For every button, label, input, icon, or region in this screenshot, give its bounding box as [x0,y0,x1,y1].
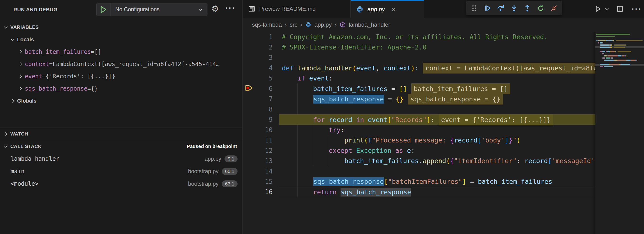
code-line[interactable]: # Copyright Amazon.com, Inc. or its affi… [279,32,596,42]
breadcrumb-item[interactable]: src [290,21,298,28]
more-actions-icon[interactable]: ··· [632,4,642,13]
run-dropdown-chevron-icon[interactable] [606,8,608,10]
call-stack-header[interactable]: CALL STACK Paused on breakpoint [0,140,242,153]
code-line[interactable]: if event: [279,73,596,83]
stack-frame-row[interactable]: <module>bootstrap.py63:1 [0,178,242,190]
code-token: . [419,157,422,165]
split-editor-button[interactable] [616,5,624,12]
code-line[interactable] [279,166,596,176]
line-number[interactable]: 2 [243,42,279,52]
code-line[interactable]: except Exception as e: [279,145,596,156]
close-icon[interactable]: × [392,5,396,13]
run-python-file-button[interactable] [594,5,602,12]
code-token: event [368,116,388,123]
globals-group[interactable]: Globals [0,95,242,107]
code-line[interactable]: batch_item_failures = []batch_item_failu… [279,83,596,94]
gutter[interactable]: 12345678910111213141516 [243,32,279,219]
code-token: except [329,147,352,154]
restart-button[interactable] [536,3,546,13]
code-token: in [356,116,364,123]
line-number[interactable]: 9 [243,114,279,125]
variable-row[interactable]: context = LambdaContext([aws_request_id=… [0,58,242,70]
line-number[interactable]: 15 [243,176,279,187]
debug-toolbar [466,1,562,15]
debug-config-label: No Configurations [110,6,199,13]
line-number[interactable]: 16 [243,187,279,197]
step-out-button[interactable] [522,3,532,13]
minimap-line [600,66,603,67]
variable-row[interactable]: batch_item_failures = [] [0,46,242,58]
line-number[interactable]: 14 [243,166,279,176]
line-number[interactable]: 1 [243,32,279,42]
tab-label: Preview README.md [259,5,316,12]
breadcrumb-item[interactable]: app.py [314,21,332,28]
line-number[interactable]: 11 [243,135,279,145]
line-number[interactable]: 10 [243,125,279,135]
locals-group[interactable]: Locals [0,33,242,46]
stack-frame-row[interactable]: mainbootstrap.py60:1 [0,165,242,178]
step-into-button[interactable] [509,3,519,13]
line-number[interactable]: 3 [243,52,279,63]
current-frame-breakpoint-icon[interactable] [245,84,254,93]
disconnect-button[interactable] [549,3,559,13]
code-line[interactable] [279,52,596,63]
minimap-line [607,51,610,52]
variables-header[interactable]: VARIABLES [0,21,242,33]
code-line[interactable]: def lambda_handler(event, context):conte… [279,63,596,73]
code-line[interactable]: # SPDX-License-Identifier: Apache-2.0 [279,42,596,52]
code-token: [ [478,136,481,144]
tab-app-py[interactable]: app.py × [351,0,424,18]
minimap-line [610,47,612,48]
stack-frame-row[interactable]: lambda_handlerapp.py9:1 [0,153,242,165]
code-line[interactable]: try: [279,125,596,135]
inline-debug-value: batch_item_failures = [] [411,83,510,94]
more-actions-icon[interactable]: ··· [225,3,236,13]
breadcrumb-separator: › [300,21,302,29]
line-number[interactable]: 13 [243,156,279,166]
code-line[interactable]: for record in event["Records"]:event = {… [279,114,596,125]
breadcrumb-item[interactable]: lambda_handler [349,21,390,28]
start-debug-icon[interactable] [96,3,110,16]
watch-header[interactable]: WATCH [0,128,242,140]
line-number[interactable]: 8 [243,104,279,114]
tab-preview-readme[interactable]: Preview README.md [243,0,351,18]
code-line[interactable]: sqs_batch_response = {}sqs_batch_respons… [279,94,596,104]
minimap[interactable] [596,32,644,234]
code-line[interactable]: return sqs_batch_response [279,187,596,197]
variable-row[interactable]: sqs_batch_response = {} [0,82,242,95]
minimap-line [627,60,630,61]
code-token [306,75,309,82]
code-line[interactable]: print(f"Processed message: {record['body… [279,135,596,145]
breadcrumb-item[interactable]: sqs-lambda [252,21,282,28]
python-icon [356,5,364,13]
debug-config-dropdown[interactable]: No Configurations [96,3,208,16]
continue-button[interactable] [482,3,493,13]
line-number[interactable]: 12 [243,145,279,156]
code-token: "Records" [391,116,426,123]
code-token [403,147,407,154]
chevron-down-icon [4,25,8,29]
minimap-line [621,64,630,65]
line-number[interactable]: 7 [243,94,279,104]
drag-handle[interactable] [469,3,480,13]
inline-debug-value: event = {'Records': [{...}]} [439,114,553,125]
line-number[interactable]: 5 [243,73,279,83]
code-token [391,147,395,154]
code-token: { [450,157,454,165]
code-token: : [340,126,344,133]
tab-bar: Preview README.md app.py × ··· [243,0,644,18]
code-line[interactable] [279,104,596,114]
step-over-button[interactable] [496,3,506,13]
frame-file: bootstrap.py [188,168,218,175]
breadcrumb-separator: › [334,21,337,29]
gear-icon[interactable]: ⚙ [211,4,219,14]
code-token: : [430,116,434,123]
minimap-line [604,53,604,54]
code-area[interactable]: # Copyright Amazon.com, Inc. or its affi… [279,32,596,219]
line-number[interactable]: 4 [243,63,279,73]
code-line[interactable]: sqs_batch_response["batchItemFailures"] … [279,176,596,187]
variable-row[interactable]: event = {'Records': [{...}]} [0,70,242,82]
paused-status: Paused on breakpoint [187,144,237,149]
code-line[interactable]: batch_item_failures.append({"itemIdentif… [279,156,596,166]
variable-value: [] [94,49,101,55]
